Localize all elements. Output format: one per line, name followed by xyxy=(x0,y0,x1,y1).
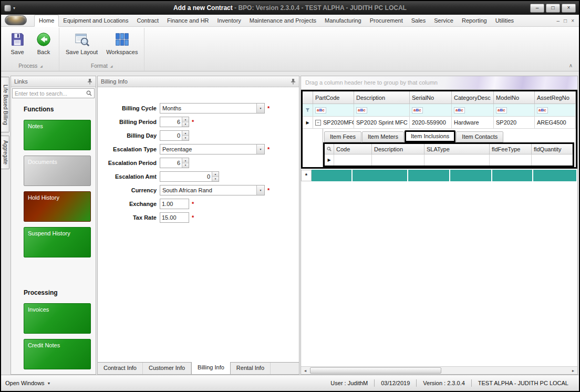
new-row-cell[interactable] xyxy=(353,170,408,181)
column-header-partcode[interactable]: PartCode xyxy=(313,91,354,104)
maximize-button[interactable]: □ xyxy=(546,4,560,13)
filter-type-icon[interactable]: aBc xyxy=(496,107,507,114)
spin-down-icon[interactable]: ▼ xyxy=(182,163,189,168)
save-button[interactable]: Save xyxy=(5,29,29,56)
detail-cell[interactable] xyxy=(532,154,573,166)
tab-item-fees[interactable]: Item Fees xyxy=(324,131,361,142)
ribbon-tab-home[interactable]: Home xyxy=(34,15,59,27)
new-row-cell[interactable] xyxy=(492,170,533,181)
tax-rate-field[interactable]: 15.00 xyxy=(160,212,189,223)
filter-type-icon[interactable]: aBc xyxy=(412,107,423,114)
scrollbar-thumb[interactable] xyxy=(310,367,441,374)
ribbon-tab-procurement[interactable]: Procurement xyxy=(366,15,407,26)
filter-cell-partcode[interactable]: aBc xyxy=(313,104,354,117)
grid-new-item-row[interactable]: * xyxy=(301,170,577,181)
tab-billing-info[interactable]: Billing Info xyxy=(191,362,231,374)
column-header-modelno[interactable]: ModelNo xyxy=(494,91,535,104)
filter-type-icon[interactable]: aBc xyxy=(454,107,465,114)
ribbon-tab-finance-and-hr[interactable]: Finance and HR xyxy=(163,15,213,26)
ribbon-tab-equipment-and-locations[interactable]: Equipment and Locations xyxy=(59,15,132,26)
pin-icon[interactable] xyxy=(291,78,296,85)
column-header-categorydesc[interactable]: CategoryDesc xyxy=(452,91,494,104)
chevron-down-icon[interactable]: ▼ xyxy=(256,104,264,113)
cell-description[interactable]: SP2020 Sprint MFC xyxy=(354,117,410,129)
new-row-cell[interactable] xyxy=(408,170,450,181)
cell-partcode[interactable]: −SP2020MFC xyxy=(313,117,354,129)
detail-column-fldfeetype[interactable]: fldFeeType xyxy=(490,144,532,154)
workspaces-button[interactable]: Workspaces xyxy=(103,29,141,56)
new-row-cell[interactable] xyxy=(312,170,353,181)
column-header-serialno[interactable]: SerialNo xyxy=(410,91,452,104)
filter-cell-assetregno[interactable]: aBc xyxy=(535,104,576,117)
spin-down-icon[interactable]: ▼ xyxy=(182,136,189,141)
filter-cell-categorydesc[interactable]: aBc xyxy=(452,104,494,117)
tab-item-contacts[interactable]: Item Contacts xyxy=(456,131,503,142)
filter-type-icon[interactable]: aBc xyxy=(537,107,548,114)
spin-down-icon[interactable]: ▼ xyxy=(212,177,219,182)
filter-type-icon[interactable]: aBc xyxy=(356,107,367,114)
hold-history-button[interactable]: Hold History xyxy=(24,191,91,222)
ribbon-tab-manufacturing[interactable]: Manufacturing xyxy=(320,15,366,26)
collapse-detail-icon[interactable]: − xyxy=(315,120,321,126)
grid-group-by-panel[interactable]: Drag a column header here to group by th… xyxy=(301,76,577,90)
detail-cell[interactable] xyxy=(424,154,490,166)
exchange-field[interactable]: 1.00 xyxy=(160,199,189,209)
tab-item-meters[interactable]: Item Meters xyxy=(362,131,404,142)
detail-column-fldquantity[interactable]: fldQuantity xyxy=(532,144,573,154)
detail-empty-row[interactable]: ▶ xyxy=(325,154,573,166)
detail-cell[interactable] xyxy=(490,154,532,166)
grid-data-row[interactable]: ▶ −SP2020MFC SP2020 Sprint MFC 2020-5599… xyxy=(303,117,576,129)
dock-tab-aggregate[interactable]: Aggregate xyxy=(1,136,9,169)
billing-cycle-dropdown[interactable]: Months ▼ xyxy=(160,103,265,114)
detail-column-code[interactable]: Code xyxy=(334,144,372,154)
tab-customer-info[interactable]: Customer Info xyxy=(143,363,191,374)
ribbon-tab-contract[interactable]: Contract xyxy=(133,15,163,26)
detail-cell[interactable] xyxy=(334,154,372,166)
scroll-right-icon[interactable]: ► xyxy=(569,367,577,374)
escalation-type-dropdown[interactable]: Percentage ▼ xyxy=(160,144,265,154)
notes-button[interactable]: Notes xyxy=(24,120,91,150)
invoices-button[interactable]: Invoices xyxy=(24,303,91,334)
cell-categorydesc[interactable]: Hardware xyxy=(452,117,494,129)
scroll-left-icon[interactable]: ◄ xyxy=(301,367,309,374)
save-layout-button[interactable]: Save Layout xyxy=(63,29,101,56)
cell-modelno[interactable]: SP2020 xyxy=(494,117,535,129)
spin-up-icon[interactable]: ▲ xyxy=(182,158,189,163)
credit-notes-button[interactable]: Credit Notes xyxy=(24,339,91,369)
mdi-minimize-icon[interactable]: – xyxy=(557,18,560,24)
filter-cell-modelno[interactable]: aBc xyxy=(494,104,535,117)
mdi-restore-icon[interactable]: □ xyxy=(564,18,567,24)
billing-period-spinner[interactable]: 6 ▲▼ xyxy=(160,117,189,127)
filter-cell-serialno[interactable]: aBc xyxy=(410,104,452,117)
column-header-assetregno[interactable]: AssetRegNo xyxy=(535,91,576,104)
detail-column-slatype[interactable]: SLAType xyxy=(424,144,490,154)
chevron-down-icon[interactable]: ▼ xyxy=(256,185,264,195)
spin-up-icon[interactable]: ▲ xyxy=(182,117,189,122)
quick-access-dropdown-icon[interactable]: ▾ xyxy=(13,6,15,11)
spin-down-icon[interactable]: ▼ xyxy=(182,122,189,127)
search-icon[interactable] xyxy=(86,90,92,96)
ribbon-tab-inventory[interactable]: Inventory xyxy=(213,15,245,26)
documents-button[interactable]: Documents xyxy=(24,156,91,186)
cell-serialno[interactable]: 2020-559900 xyxy=(410,117,452,129)
new-row-cell[interactable] xyxy=(533,170,577,181)
column-header-description[interactable]: Description xyxy=(354,91,410,104)
suspend-history-button[interactable]: Suspend History xyxy=(24,227,91,257)
currency-dropdown[interactable]: South African Rand ▼ xyxy=(160,185,265,195)
ribbon-tab-sales[interactable]: Sales xyxy=(407,15,430,26)
tab-item-inclusions[interactable]: Item Inclusions xyxy=(405,130,455,142)
billing-day-spinner[interactable]: 0 ▲▼ xyxy=(160,130,189,141)
escalation-amt-spinner[interactable]: 0 ▲▼ xyxy=(160,171,219,182)
back-button[interactable]: Back xyxy=(32,29,56,56)
escalation-period-spinner[interactable]: 6 ▲▼ xyxy=(160,158,189,168)
open-windows-dropdown[interactable]: Open Windows ▼ xyxy=(5,380,51,386)
horizontal-scrollbar[interactable]: ◄ ► xyxy=(301,366,577,374)
new-row-cell[interactable] xyxy=(450,170,492,181)
ribbon-tab-utilities[interactable]: Utilities xyxy=(491,15,518,26)
cell-assetregno[interactable]: AREG4500 xyxy=(535,117,576,129)
detail-search-cell[interactable] xyxy=(325,144,334,154)
filter-type-icon[interactable]: aBc xyxy=(315,107,326,114)
minimize-button[interactable]: – xyxy=(530,4,544,13)
application-menu-button[interactable] xyxy=(5,15,27,25)
close-button[interactable]: × xyxy=(562,4,576,13)
